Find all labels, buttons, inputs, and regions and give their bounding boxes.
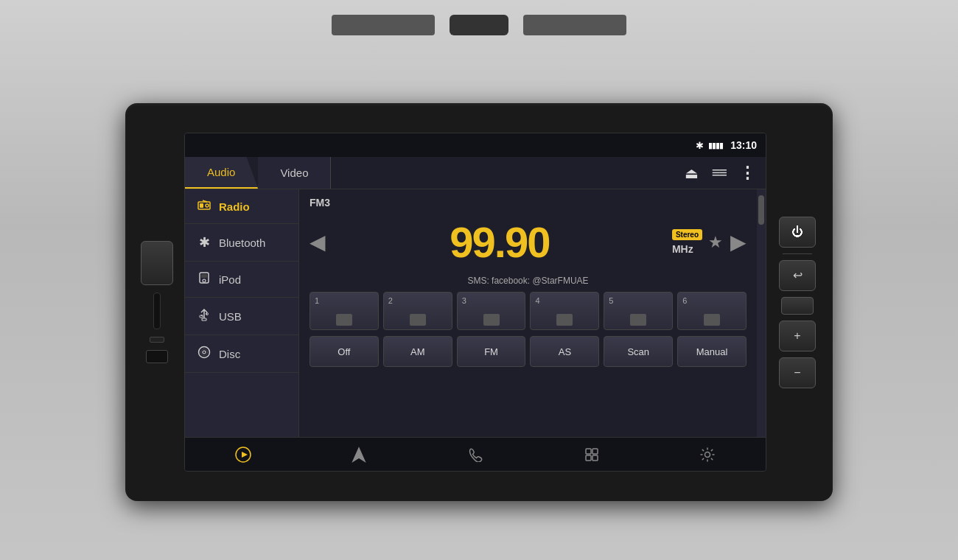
mhz-unit: MHz — [672, 243, 693, 255]
nav-settings-button[interactable] — [693, 440, 722, 469]
volume-down-button[interactable]: − — [779, 357, 816, 388]
svg-marker-18 — [353, 448, 365, 461]
frequency-row: ◀ 99.90 Stereo MHz ★ ▶ — [310, 214, 747, 270]
preset-6[interactable]: 6 — [677, 292, 747, 330]
disc-icon — [197, 346, 211, 362]
vents-area — [0, 7, 958, 43]
bezel-left — [139, 241, 175, 363]
sidebar-disc-label: Disc — [219, 348, 240, 360]
sidebar-radio-label: Radio — [219, 200, 250, 213]
sidebar-ipod-label: iPod — [219, 273, 241, 286]
volume-knob[interactable] — [141, 241, 173, 285]
svg-point-2 — [206, 204, 209, 207]
tab-bar: Audio Video ⏏ ≡≡ ⋮ — [185, 157, 766, 189]
bezel-line-1 — [781, 297, 814, 315]
back-icon: ↩ — [793, 268, 803, 282]
menu-button[interactable]: ⋮ — [739, 164, 755, 183]
svg-rect-8 — [202, 318, 206, 321]
head-unit: ✱ ▮▮▮▮ 13:10 Audio Video ⏏ ≡≡ ⋮ — [125, 103, 833, 501]
sidebar-item-bluetooth[interactable]: ✱ Bluetooth — [185, 224, 298, 262]
preset-2[interactable]: 2 — [383, 292, 452, 330]
preset-6-indicator — [704, 314, 720, 326]
controls-row: Off AM FM AS Scan Manual — [310, 336, 747, 367]
svg-point-23 — [705, 452, 710, 457]
volume-up-button[interactable]: + — [779, 321, 816, 351]
freq-unit-column: Stereo MHz — [672, 229, 702, 255]
status-bar: ✱ ▮▮▮▮ 13:10 — [185, 133, 766, 157]
frequency-display: 99.90 — [333, 217, 666, 267]
ipod-icon — [197, 272, 211, 287]
preset-1[interactable]: 1 — [310, 292, 379, 330]
off-button[interactable]: Off — [310, 336, 379, 367]
bluetooth-icon: ✱ — [197, 234, 211, 251]
preset-3-num: 3 — [462, 296, 466, 305]
tab-action-icons: ⏏ ≡≡ ⋮ — [674, 157, 766, 189]
main-screen: ✱ ▮▮▮▮ 13:10 Audio Video ⏏ ≡≡ ⋮ — [184, 133, 766, 472]
svg-rect-1 — [200, 203, 203, 208]
nav-apps-button[interactable] — [577, 440, 606, 469]
preset-5-num: 5 — [609, 296, 613, 305]
vent-right — [523, 15, 626, 35]
sidebar-bluetooth-label: Bluetooth — [219, 237, 265, 249]
preset-3-indicator — [483, 314, 500, 326]
preset-4[interactable]: 4 — [530, 292, 599, 330]
svg-rect-21 — [586, 455, 591, 461]
bezel-divider-1 — [783, 253, 812, 254]
svg-rect-5 — [201, 274, 207, 278]
bottom-nav — [185, 437, 766, 471]
sms-display: SMS: facebook: @StarFMUAE — [310, 276, 747, 286]
svg-point-15 — [201, 349, 208, 356]
manual-button[interactable]: Manual — [677, 336, 747, 367]
usb-icon — [197, 308, 211, 324]
preset-3[interactable]: 3 — [457, 292, 526, 330]
am-button[interactable]: AM — [383, 336, 452, 367]
radio-panel: FM3 ◀ 99.90 Stereo MHz ★ ▶ — [299, 189, 757, 437]
sidebar-usb-label: USB — [219, 310, 242, 323]
as-button[interactable]: AS — [530, 336, 599, 367]
preset-5-indicator — [630, 314, 646, 326]
nav-phone-button[interactable] — [461, 440, 490, 469]
svg-point-6 — [203, 279, 206, 282]
eject-button[interactable]: ⏏ — [685, 164, 699, 182]
svg-marker-17 — [242, 452, 248, 458]
svg-point-13 — [199, 347, 210, 358]
tab-video[interactable]: Video — [258, 157, 331, 189]
usb-port-left — [146, 350, 168, 363]
svg-rect-19 — [586, 449, 591, 454]
scroll-thumb[interactable] — [758, 195, 764, 225]
sidebar-item-ipod[interactable]: iPod — [185, 262, 298, 298]
sidebar-item-radio[interactable]: Radio — [185, 189, 298, 224]
plus-icon: + — [794, 329, 800, 343]
svg-rect-20 — [592, 449, 598, 454]
card-slot — [153, 293, 161, 329]
sidebar-item-usb[interactable]: USB — [185, 298, 298, 335]
svg-rect-22 — [592, 455, 598, 461]
fm-button[interactable]: FM — [457, 336, 526, 367]
preset-2-num: 2 — [388, 296, 393, 305]
preset-5[interactable]: 5 — [604, 292, 673, 330]
freq-next-button[interactable]: ▶ — [730, 232, 747, 253]
scroll-indicator — [757, 189, 766, 437]
scan-button[interactable]: Scan — [604, 336, 673, 367]
back-button[interactable]: ↩ — [779, 260, 816, 291]
reset-button[interactable] — [150, 337, 164, 343]
nav-navigation-button[interactable] — [344, 440, 374, 469]
bezel-right: ⏻ ↩ + − — [775, 217, 819, 388]
equalizer-button[interactable]: ≡≡ — [712, 164, 726, 181]
stereo-badge: Stereo — [672, 229, 702, 240]
sidebar-item-disc[interactable]: Disc — [185, 335, 298, 373]
clock-display: 13:10 — [730, 139, 757, 151]
favorite-button[interactable]: ★ — [708, 233, 723, 252]
tab-audio[interactable]: Audio — [185, 157, 258, 189]
preset-2-indicator — [410, 314, 426, 326]
presets-row: 1 2 3 4 — [310, 292, 747, 330]
freq-prev-button[interactable]: ◀ — [310, 232, 326, 253]
preset-6-num: 6 — [682, 296, 687, 305]
preset-1-indicator — [336, 314, 352, 326]
svg-point-14 — [203, 351, 206, 354]
nav-play-button[interactable] — [228, 440, 258, 469]
power-button[interactable]: ⏻ — [779, 217, 816, 248]
main-content: Radio ✱ Bluetooth — [185, 189, 766, 437]
radio-icon — [197, 200, 211, 213]
vent-left — [332, 15, 435, 35]
